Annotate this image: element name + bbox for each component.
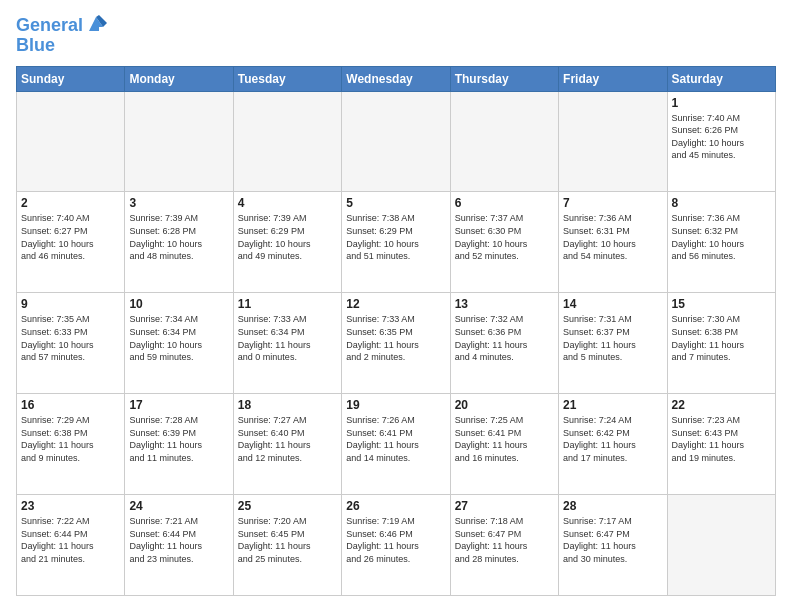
day-number: 13 [455, 297, 554, 311]
week-row-3: 16Sunrise: 7:29 AM Sunset: 6:38 PM Dayli… [17, 394, 776, 495]
day-info: Sunrise: 7:28 AM Sunset: 6:39 PM Dayligh… [129, 414, 228, 464]
logo-icon [85, 13, 107, 35]
day-cell: 1Sunrise: 7:40 AM Sunset: 6:26 PM Daylig… [667, 91, 775, 192]
day-number: 12 [346, 297, 445, 311]
day-cell: 27Sunrise: 7:18 AM Sunset: 6:47 PM Dayli… [450, 495, 558, 596]
day-number: 2 [21, 196, 120, 210]
day-info: Sunrise: 7:36 AM Sunset: 6:32 PM Dayligh… [672, 212, 771, 262]
day-info: Sunrise: 7:26 AM Sunset: 6:41 PM Dayligh… [346, 414, 445, 464]
day-number: 26 [346, 499, 445, 513]
day-cell [450, 91, 558, 192]
day-number: 5 [346, 196, 445, 210]
day-cell: 19Sunrise: 7:26 AM Sunset: 6:41 PM Dayli… [342, 394, 450, 495]
day-number: 16 [21, 398, 120, 412]
day-info: Sunrise: 7:36 AM Sunset: 6:31 PM Dayligh… [563, 212, 662, 262]
day-number: 25 [238, 499, 337, 513]
day-cell: 5Sunrise: 7:38 AM Sunset: 6:29 PM Daylig… [342, 192, 450, 293]
day-info: Sunrise: 7:31 AM Sunset: 6:37 PM Dayligh… [563, 313, 662, 363]
day-number: 10 [129, 297, 228, 311]
day-cell: 3Sunrise: 7:39 AM Sunset: 6:28 PM Daylig… [125, 192, 233, 293]
day-cell: 20Sunrise: 7:25 AM Sunset: 6:41 PM Dayli… [450, 394, 558, 495]
day-cell: 28Sunrise: 7:17 AM Sunset: 6:47 PM Dayli… [559, 495, 667, 596]
day-info: Sunrise: 7:22 AM Sunset: 6:44 PM Dayligh… [21, 515, 120, 565]
day-info: Sunrise: 7:18 AM Sunset: 6:47 PM Dayligh… [455, 515, 554, 565]
day-number: 14 [563, 297, 662, 311]
day-cell: 23Sunrise: 7:22 AM Sunset: 6:44 PM Dayli… [17, 495, 125, 596]
day-cell: 2Sunrise: 7:40 AM Sunset: 6:27 PM Daylig… [17, 192, 125, 293]
day-info: Sunrise: 7:25 AM Sunset: 6:41 PM Dayligh… [455, 414, 554, 464]
day-info: Sunrise: 7:30 AM Sunset: 6:38 PM Dayligh… [672, 313, 771, 363]
week-row-0: 1Sunrise: 7:40 AM Sunset: 6:26 PM Daylig… [17, 91, 776, 192]
day-number: 7 [563, 196, 662, 210]
day-cell [17, 91, 125, 192]
day-cell: 7Sunrise: 7:36 AM Sunset: 6:31 PM Daylig… [559, 192, 667, 293]
day-number: 20 [455, 398, 554, 412]
day-info: Sunrise: 7:40 AM Sunset: 6:26 PM Dayligh… [672, 112, 771, 162]
page: General Blue SundayMondayTuesdayWednesda… [0, 0, 792, 612]
day-info: Sunrise: 7:17 AM Sunset: 6:47 PM Dayligh… [563, 515, 662, 565]
day-cell: 25Sunrise: 7:20 AM Sunset: 6:45 PM Dayli… [233, 495, 341, 596]
week-row-4: 23Sunrise: 7:22 AM Sunset: 6:44 PM Dayli… [17, 495, 776, 596]
day-cell [233, 91, 341, 192]
day-number: 19 [346, 398, 445, 412]
weekday-header-friday: Friday [559, 66, 667, 91]
day-cell: 8Sunrise: 7:36 AM Sunset: 6:32 PM Daylig… [667, 192, 775, 293]
day-cell: 11Sunrise: 7:33 AM Sunset: 6:34 PM Dayli… [233, 293, 341, 394]
day-info: Sunrise: 7:24 AM Sunset: 6:42 PM Dayligh… [563, 414, 662, 464]
day-info: Sunrise: 7:21 AM Sunset: 6:44 PM Dayligh… [129, 515, 228, 565]
day-number: 22 [672, 398, 771, 412]
weekday-header-sunday: Sunday [17, 66, 125, 91]
day-number: 3 [129, 196, 228, 210]
day-info: Sunrise: 7:27 AM Sunset: 6:40 PM Dayligh… [238, 414, 337, 464]
day-cell [667, 495, 775, 596]
day-number: 18 [238, 398, 337, 412]
day-number: 23 [21, 499, 120, 513]
day-cell: 21Sunrise: 7:24 AM Sunset: 6:42 PM Dayli… [559, 394, 667, 495]
weekday-header-monday: Monday [125, 66, 233, 91]
day-info: Sunrise: 7:34 AM Sunset: 6:34 PM Dayligh… [129, 313, 228, 363]
day-info: Sunrise: 7:40 AM Sunset: 6:27 PM Dayligh… [21, 212, 120, 262]
day-cell: 15Sunrise: 7:30 AM Sunset: 6:38 PM Dayli… [667, 293, 775, 394]
day-number: 28 [563, 499, 662, 513]
day-info: Sunrise: 7:20 AM Sunset: 6:45 PM Dayligh… [238, 515, 337, 565]
day-info: Sunrise: 7:33 AM Sunset: 6:34 PM Dayligh… [238, 313, 337, 363]
logo: General Blue [16, 16, 107, 56]
logo-text-blue: Blue [16, 35, 55, 55]
day-cell: 17Sunrise: 7:28 AM Sunset: 6:39 PM Dayli… [125, 394, 233, 495]
day-cell: 14Sunrise: 7:31 AM Sunset: 6:37 PM Dayli… [559, 293, 667, 394]
day-info: Sunrise: 7:35 AM Sunset: 6:33 PM Dayligh… [21, 313, 120, 363]
week-row-2: 9Sunrise: 7:35 AM Sunset: 6:33 PM Daylig… [17, 293, 776, 394]
day-number: 15 [672, 297, 771, 311]
day-cell: 24Sunrise: 7:21 AM Sunset: 6:44 PM Dayli… [125, 495, 233, 596]
day-cell: 6Sunrise: 7:37 AM Sunset: 6:30 PM Daylig… [450, 192, 558, 293]
day-cell: 26Sunrise: 7:19 AM Sunset: 6:46 PM Dayli… [342, 495, 450, 596]
day-info: Sunrise: 7:29 AM Sunset: 6:38 PM Dayligh… [21, 414, 120, 464]
day-cell: 13Sunrise: 7:32 AM Sunset: 6:36 PM Dayli… [450, 293, 558, 394]
day-number: 24 [129, 499, 228, 513]
day-cell [342, 91, 450, 192]
day-number: 8 [672, 196, 771, 210]
day-info: Sunrise: 7:23 AM Sunset: 6:43 PM Dayligh… [672, 414, 771, 464]
weekday-header-row: SundayMondayTuesdayWednesdayThursdayFrid… [17, 66, 776, 91]
day-info: Sunrise: 7:39 AM Sunset: 6:29 PM Dayligh… [238, 212, 337, 262]
weekday-header-wednesday: Wednesday [342, 66, 450, 91]
day-cell [559, 91, 667, 192]
day-info: Sunrise: 7:32 AM Sunset: 6:36 PM Dayligh… [455, 313, 554, 363]
day-cell [125, 91, 233, 192]
calendar-table: SundayMondayTuesdayWednesdayThursdayFrid… [16, 66, 776, 596]
day-cell: 18Sunrise: 7:27 AM Sunset: 6:40 PM Dayli… [233, 394, 341, 495]
day-cell: 4Sunrise: 7:39 AM Sunset: 6:29 PM Daylig… [233, 192, 341, 293]
day-info: Sunrise: 7:38 AM Sunset: 6:29 PM Dayligh… [346, 212, 445, 262]
day-number: 1 [672, 96, 771, 110]
day-info: Sunrise: 7:39 AM Sunset: 6:28 PM Dayligh… [129, 212, 228, 262]
day-cell: 16Sunrise: 7:29 AM Sunset: 6:38 PM Dayli… [17, 394, 125, 495]
day-number: 27 [455, 499, 554, 513]
day-cell: 10Sunrise: 7:34 AM Sunset: 6:34 PM Dayli… [125, 293, 233, 394]
day-number: 9 [21, 297, 120, 311]
header: General Blue [16, 16, 776, 56]
day-cell: 9Sunrise: 7:35 AM Sunset: 6:33 PM Daylig… [17, 293, 125, 394]
day-number: 6 [455, 196, 554, 210]
day-cell: 12Sunrise: 7:33 AM Sunset: 6:35 PM Dayli… [342, 293, 450, 394]
day-info: Sunrise: 7:33 AM Sunset: 6:35 PM Dayligh… [346, 313, 445, 363]
week-row-1: 2Sunrise: 7:40 AM Sunset: 6:27 PM Daylig… [17, 192, 776, 293]
